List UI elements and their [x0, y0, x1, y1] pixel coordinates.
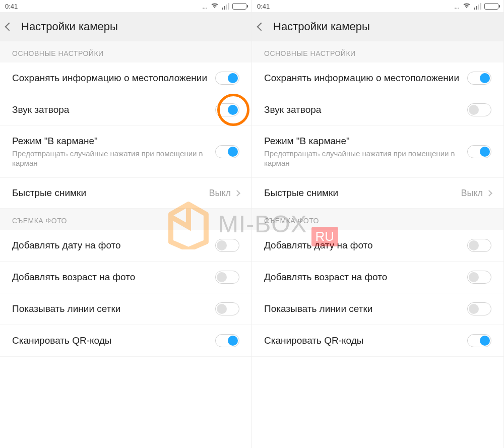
row-pocket-sub: Предотвращать случайные нажатия при поме…: [12, 149, 209, 168]
battery-icon: [232, 3, 246, 10]
row-grid[interactable]: Показывать линии сетки: [252, 293, 503, 325]
status-right: ...: [202, 3, 246, 10]
row-age-label: Добавлять возраст на фото: [264, 271, 461, 284]
status-dots: ...: [454, 3, 460, 10]
status-bar: 0:41 ...: [252, 0, 503, 12]
row-age[interactable]: Добавлять возраст на фото: [252, 262, 503, 293]
row-grid[interactable]: Показывать линии сетки: [0, 293, 251, 325]
row-quick-value-text: Выкл: [209, 188, 231, 199]
phone-right: 0:41 ... Настройки камеры ОСНОВНЫЕ НАСТР…: [252, 0, 504, 448]
status-bar: 0:41 ...: [0, 0, 251, 12]
toggle-location[interactable]: [467, 72, 491, 85]
toggle-date[interactable]: [215, 239, 239, 252]
wifi-icon: [211, 3, 219, 10]
section-photo-header: СЪЕМКА ФОТО: [0, 209, 251, 230]
row-location[interactable]: Сохранять информацию о местоположении: [252, 62, 503, 94]
row-quick-label: Быстрые снимки: [264, 187, 455, 200]
row-age-label: Добавлять возраст на фото: [12, 271, 209, 284]
status-right: ...: [454, 3, 498, 10]
row-pocket[interactable]: Режим "В кармане" Предотвращать случайны…: [0, 126, 251, 178]
row-qr[interactable]: Сканировать QR-коды: [0, 325, 251, 357]
status-time: 0:41: [257, 3, 270, 10]
toggle-location[interactable]: [215, 72, 239, 85]
row-shutter[interactable]: Звук затвора: [252, 94, 503, 126]
row-qr-label: Сканировать QR-коды: [264, 335, 461, 347]
battery-icon: [484, 3, 498, 10]
row-qr[interactable]: Сканировать QR-коды: [252, 325, 503, 357]
row-quick-value: Выкл: [461, 188, 491, 199]
wifi-icon: [463, 3, 471, 10]
section-photo-header: СЪЕМКА ФОТО: [252, 209, 503, 230]
header-bar: Настройки камеры: [0, 12, 251, 41]
row-location-label: Сохранять информацию о местоположении: [12, 72, 209, 85]
toggle-qr[interactable]: [215, 334, 239, 347]
signal-icon: [222, 3, 229, 10]
row-quick-value: Выкл: [209, 188, 239, 199]
row-quick-value-text: Выкл: [461, 188, 483, 199]
row-location-label: Сохранять информацию о местоположении: [264, 72, 461, 85]
page-title: Настройки камеры: [273, 20, 370, 33]
back-icon[interactable]: [5, 23, 14, 31]
row-quick[interactable]: Быстрые снимки Выкл: [0, 178, 251, 209]
row-shutter[interactable]: Звук затвора: [0, 94, 251, 126]
toggle-age[interactable]: [467, 271, 491, 284]
row-quick-label: Быстрые снимки: [12, 187, 203, 200]
toggle-qr[interactable]: [467, 334, 491, 347]
back-icon[interactable]: [257, 23, 266, 31]
row-date-label: Добавлять дату на фото: [264, 239, 461, 252]
toggle-shutter[interactable]: [215, 103, 239, 116]
page-title: Настройки камеры: [21, 20, 118, 33]
signal-icon: [474, 3, 481, 10]
row-shutter-label: Звук затвора: [264, 104, 461, 116]
row-qr-label: Сканировать QR-коды: [12, 335, 209, 347]
toggle-grid[interactable]: [215, 302, 239, 315]
row-grid-label: Показывать линии сетки: [12, 303, 209, 315]
row-age[interactable]: Добавлять возраст на фото: [0, 262, 251, 293]
section-main-header: ОСНОВНЫЕ НАСТРОЙКИ: [0, 41, 251, 62]
toggle-pocket[interactable]: [215, 145, 239, 158]
row-date-label: Добавлять дату на фото: [12, 239, 209, 252]
row-pocket[interactable]: Режим "В кармане" Предотвращать случайны…: [252, 126, 503, 178]
row-date[interactable]: Добавлять дату на фото: [252, 230, 503, 262]
row-shutter-label: Звук затвора: [12, 104, 209, 116]
chevron-right-icon: [486, 190, 492, 197]
toggle-pocket[interactable]: [467, 145, 491, 158]
row-pocket-sub: Предотвращать случайные нажатия при поме…: [264, 149, 461, 168]
toggle-date[interactable]: [467, 239, 491, 252]
toggle-shutter[interactable]: [467, 103, 491, 116]
chevron-right-icon: [234, 190, 240, 197]
header-bar: Настройки камеры: [252, 12, 503, 41]
row-location[interactable]: Сохранять информацию о местоположении: [0, 62, 251, 94]
section-main-header: ОСНОВНЫЕ НАСТРОЙКИ: [252, 41, 503, 62]
toggle-age[interactable]: [215, 271, 239, 284]
row-grid-label: Показывать линии сетки: [264, 303, 461, 315]
toggle-grid[interactable]: [467, 302, 491, 315]
status-dots: ...: [202, 3, 208, 10]
status-time: 0:41: [5, 3, 18, 10]
row-date[interactable]: Добавлять дату на фото: [0, 230, 251, 262]
row-quick[interactable]: Быстрые снимки Выкл: [252, 178, 503, 209]
row-pocket-label: Режим "В кармане": [264, 135, 461, 148]
row-pocket-label: Режим "В кармане": [12, 135, 209, 148]
phone-left: 0:41 ... Настройки камеры ОСНОВНЫЕ НАСТР…: [0, 0, 252, 448]
